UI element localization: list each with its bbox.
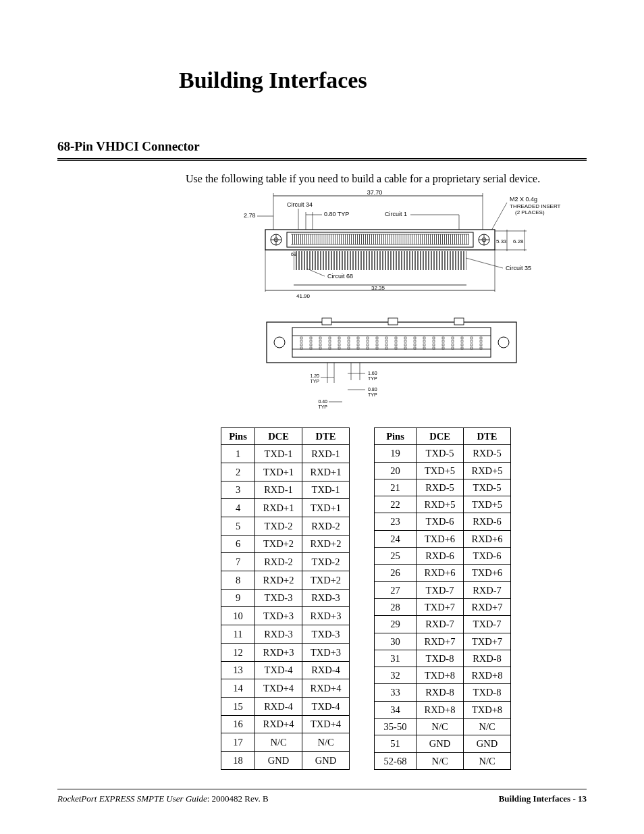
cell-dce: TXD+7: [417, 598, 464, 615]
table-row: 25RXD-6TXD-6: [375, 548, 511, 565]
cell-p: 21: [375, 479, 417, 496]
table-row: 9TXD-3RXD-3: [221, 589, 350, 607]
cell-p: 25: [375, 548, 417, 565]
table-row: 31TXD-8RXD-8: [375, 650, 511, 667]
section-title: 68-Pin VHDCI Connector: [57, 139, 587, 154]
cell-dce: N/C: [417, 719, 464, 735]
cell-p: 22: [375, 496, 417, 513]
table-row: 20TXD+5RXD+5: [375, 462, 511, 479]
thread-insert: THREADED INSERT: [510, 203, 561, 209]
cell-dte: RXD-5: [464, 445, 511, 462]
cell-dte: TXD-2: [302, 553, 350, 571]
table-row: 16RXD+4TXD+4: [221, 715, 350, 733]
cell-dce: RXD-8: [417, 684, 464, 701]
cell-dce: RXD+7: [417, 633, 464, 650]
table-row: 17N/CN/C: [221, 733, 350, 752]
dim-bot-2: 32.35: [371, 285, 385, 291]
dim-bot-1: 41.90: [296, 293, 311, 299]
cell-p: 29: [375, 616, 417, 633]
cell-dte: TXD-7: [464, 616, 511, 633]
cell-dte: N/C: [302, 733, 350, 752]
dim-040: 0.40: [318, 399, 327, 404]
cell-p: 3: [221, 481, 255, 499]
table-row: 51GNDGND: [375, 735, 511, 752]
cell-dce: GND: [255, 751, 302, 769]
cell-dte: RXD-3: [302, 589, 350, 607]
cell-dte: RXD-2: [302, 517, 350, 536]
cell-dte: N/C: [464, 752, 511, 769]
cell-dce: TXD-3: [255, 589, 302, 607]
col-pins: Pins: [375, 428, 417, 445]
table-row: 32TXD+8RXD+8: [375, 667, 511, 684]
cell-dce: N/C: [417, 752, 464, 769]
table-row: 30RXD+7TXD+7: [375, 633, 511, 650]
cell-dte: RXD-8: [464, 650, 511, 667]
cell-p: 51: [375, 735, 417, 752]
cell-dte: GND: [302, 751, 350, 769]
dim-top-width: 37.70: [367, 190, 383, 196]
dim-right-2: 6.28: [513, 238, 524, 244]
cell-p: 1: [221, 445, 255, 463]
cell-dte: TXD+4: [302, 715, 350, 733]
cell-dte: TXD-3: [302, 625, 350, 644]
table-row: 2TXD+1RXD+1: [221, 463, 350, 481]
footer-page: Building Interfaces - 13: [499, 793, 587, 804]
table-row: 33RXD-8TXD-8: [375, 684, 511, 701]
cell-p: 35-50: [375, 719, 417, 735]
cell-p: 26: [375, 565, 417, 581]
cell-dte: RXD+8: [464, 667, 511, 684]
cell-p: 31: [375, 650, 417, 667]
dim-right-1: 5.33: [496, 238, 507, 244]
dim-typ-3: TYP: [368, 392, 377, 397]
svg-rect-125: [388, 318, 398, 325]
table-row: 19TXD-5RXD-5: [375, 445, 511, 462]
col-dte: DTE: [302, 428, 350, 445]
cell-dte: RXD-7: [464, 581, 511, 598]
cell-dce: RXD-1: [255, 481, 302, 499]
table-row: 29RXD-7TXD-7: [375, 616, 511, 633]
cell-dce: TXD-5: [417, 445, 464, 462]
table-row: 26RXD+6TXD+6: [375, 565, 511, 581]
cell-dte: TXD-6: [464, 548, 511, 565]
table-row: 52-68N/CN/C: [375, 752, 511, 769]
section-rule: [57, 158, 587, 161]
cell-p: 32: [375, 667, 417, 684]
cell-p: 52-68: [375, 752, 417, 769]
cell-p: 13: [221, 661, 255, 679]
cell-dte: RXD-6: [464, 513, 511, 530]
table-row: 28TXD+7RXD+7: [375, 598, 511, 615]
cell-dte: TXD+7: [464, 633, 511, 650]
cell-dce: TXD+5: [417, 462, 464, 479]
cell-dte: TXD-4: [302, 697, 350, 715]
pinout-tables: Pins DCE DTE 1TXD-1RXD-12TXD+1RXD+13RXD-…: [221, 427, 587, 770]
cell-p: 7: [221, 553, 255, 571]
cell-dte: TXD+3: [302, 643, 350, 661]
cell-dte: RXD+5: [464, 462, 511, 479]
thread-places: (2 PLACES): [515, 209, 545, 215]
cell-dte: RXD+4: [302, 679, 350, 698]
cell-dce: TXD-4: [255, 661, 302, 679]
label-circuit-68: Circuit 68: [327, 273, 353, 280]
table-row: 27TXD-7RXD-7: [375, 581, 511, 598]
dim-typ-4: TYP: [318, 405, 327, 409]
cell-dte: TXD+6: [464, 565, 511, 581]
cell-dce: RXD-5: [417, 479, 464, 496]
dim-pitch: 0.80 TYP: [324, 211, 349, 217]
thread-spec: M2 X 0.4g: [510, 196, 537, 203]
pinout-table-right: Pins DCE DTE 19TXD-5RXD-520TXD+5RXD+521R…: [374, 427, 511, 770]
cell-dte: N/C: [464, 719, 511, 735]
cell-dte: RXD-1: [302, 445, 350, 463]
label-circuit-34: Circuit 34: [287, 201, 313, 208]
cell-p: 30: [375, 633, 417, 650]
table-row: 6TXD+2RXD+2: [221, 535, 350, 553]
cell-dce: RXD+4: [255, 715, 302, 733]
dim-left: 2.78: [244, 212, 256, 219]
table-row: 5TXD-2RXD-2: [221, 517, 350, 536]
cell-dce: RXD+5: [417, 496, 464, 513]
cell-dte: RXD+3: [302, 607, 350, 625]
cell-p: 11: [221, 625, 255, 644]
cell-dce: RXD-3: [255, 625, 302, 644]
cell-p: 15: [221, 697, 255, 715]
col-dte: DTE: [464, 428, 511, 445]
cell-dce: TXD+1: [255, 463, 302, 481]
